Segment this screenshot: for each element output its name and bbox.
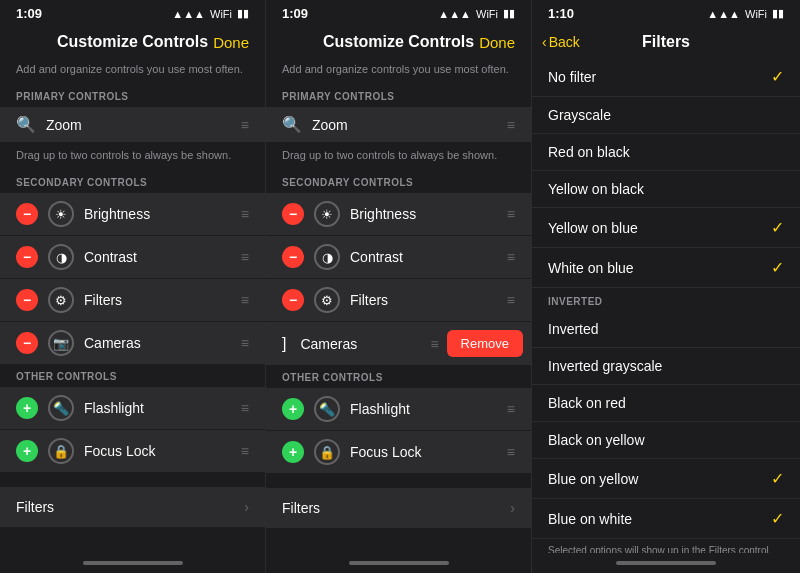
filter-blue-on-yellow[interactable]: Blue on yellow ✓ (532, 459, 800, 499)
drag-handle-contrast-2[interactable]: ≡ (507, 249, 515, 265)
filter-blue-on-yellow-check: ✓ (771, 469, 784, 488)
drag-handle-brightness-2[interactable]: ≡ (507, 206, 515, 222)
nav-title-1: Customize Controls (57, 33, 208, 51)
status-bar-1: 1:09 ▲▲▲ WiFi ▮▮ (0, 0, 265, 25)
remove-button-2[interactable]: Remove (447, 330, 523, 357)
flashlight-label-2: Flashlight (350, 401, 499, 417)
filter-yellow-on-black-label: Yellow on black (548, 181, 644, 197)
filter-red-on-black[interactable]: Red on black (532, 134, 800, 171)
filter-blue-on-white[interactable]: Blue on white ✓ (532, 499, 800, 539)
filter-inverted-grayscale-label: Inverted grayscale (548, 358, 662, 374)
remove-contrast-icon-2[interactable]: − (282, 246, 304, 268)
brightness-icon-1: ☀ (48, 201, 74, 227)
cameras-item-2[interactable]: ] Cameras ≡ Remove (266, 322, 531, 365)
drag-handle-cameras-2[interactable]: ≡ (430, 336, 438, 352)
filter-white-on-blue-label: White on blue (548, 260, 634, 276)
brightness-item-1[interactable]: − ☀ Brightness ≡ (0, 193, 265, 235)
zoom-item-1[interactable]: 🔍 Zoom ≡ (0, 107, 265, 142)
home-indicator-3 (532, 553, 800, 573)
remove-filters-icon-1[interactable]: − (16, 289, 38, 311)
add-flashlight-icon-1[interactable]: + (16, 397, 38, 419)
brightness-inner-1: − ☀ Brightness (16, 201, 233, 227)
panel-content-1: Add and organize controls you use most o… (0, 57, 265, 553)
nav-bar-2: Customize Controls Done (266, 25, 531, 57)
remove-contrast-icon-1[interactable]: − (16, 246, 38, 268)
drag-handle-filters-1[interactable]: ≡ (241, 292, 249, 308)
filter-black-on-red[interactable]: Black on red (532, 385, 800, 422)
subtitle-1: Add and organize controls you use most o… (0, 57, 265, 85)
contrast-label-1: Contrast (84, 249, 233, 265)
contrast-item-2[interactable]: − ◑ Contrast ≡ (266, 236, 531, 278)
panel-2: 1:09 ▲▲▲ WiFi ▮▮ Customize Controls Done… (266, 0, 532, 573)
filter-blue-on-yellow-label: Blue on yellow (548, 471, 638, 487)
bottom-row-2[interactable]: Filters › (266, 488, 531, 528)
add-flashlight-icon-2[interactable]: + (282, 398, 304, 420)
filter-no-filter-label: No filter (548, 69, 596, 85)
add-focuslock-icon-1[interactable]: + (16, 440, 38, 462)
panel-3: 1:10 ▲▲▲ WiFi ▮▮ ‹ Back Filters No filte… (532, 0, 800, 573)
filter-yellow-on-black[interactable]: Yellow on black (532, 171, 800, 208)
filter-no-filter[interactable]: No filter ✓ (532, 57, 800, 97)
filter-white-on-blue[interactable]: White on blue ✓ (532, 248, 800, 288)
add-focuslock-icon-2[interactable]: + (282, 441, 304, 463)
home-bar-2 (349, 561, 449, 565)
flashlight-item-1[interactable]: + 🔦 Flashlight ≡ (0, 387, 265, 429)
remove-brightness-icon-2[interactable]: − (282, 203, 304, 225)
panel-content-2: Add and organize controls you use most o… (266, 57, 531, 553)
filter-inverted[interactable]: Inverted (532, 311, 800, 348)
zoom-inner-2: 🔍 Zoom (282, 115, 499, 134)
drag-handle-contrast-1[interactable]: ≡ (241, 249, 249, 265)
drag-handle-filters-2[interactable]: ≡ (507, 292, 515, 308)
secondary-section-header-2: SECONDARY CONTROLS (266, 171, 531, 192)
zoom-item-2[interactable]: 🔍 Zoom ≡ (266, 107, 531, 142)
contrast-icon-2: ◑ (314, 244, 340, 270)
cameras-icon-1: 📷 (48, 330, 74, 356)
panel-1: 1:09 ▲▲▲ WiFi ▮▮ Customize Controls Done… (0, 0, 266, 573)
done-button-1[interactable]: Done (213, 34, 249, 51)
zoom-icon-1: 🔍 (16, 115, 36, 134)
filter-no-filter-check: ✓ (771, 67, 784, 86)
chevron-2: › (510, 500, 515, 516)
filter-grayscale-label: Grayscale (548, 107, 611, 123)
nav-bar-1: Customize Controls Done (0, 25, 265, 57)
zoom-label-2: Zoom (312, 117, 499, 133)
drag-handle-brightness-1[interactable]: ≡ (241, 206, 249, 222)
contrast-item-1[interactable]: − ◑ Contrast ≡ (0, 236, 265, 278)
filter-black-on-red-label: Black on red (548, 395, 626, 411)
drag-handle-focuslock-1[interactable]: ≡ (241, 443, 249, 459)
filter-grayscale[interactable]: Grayscale (532, 97, 800, 134)
filter-yellow-on-blue[interactable]: Yellow on blue ✓ (532, 208, 800, 248)
drag-handle-flashlight-1[interactable]: ≡ (241, 400, 249, 416)
bottom-label-2: Filters (282, 500, 320, 516)
bottom-label-1: Filters (16, 499, 54, 515)
back-button[interactable]: ‹ Back (542, 34, 580, 50)
filter-footer: Selected options will show up in the Fil… (532, 539, 800, 553)
filter-inverted-grayscale[interactable]: Inverted grayscale (532, 348, 800, 385)
remove-cameras-icon-1[interactable]: − (16, 332, 38, 354)
remove-filters-icon-2[interactable]: − (282, 289, 304, 311)
filter-black-on-yellow-label: Black on yellow (548, 432, 645, 448)
back-label[interactable]: Back (549, 34, 580, 50)
done-button-2[interactable]: Done (479, 34, 515, 51)
filter-yellow-on-blue-check: ✓ (771, 218, 784, 237)
filters-item-1[interactable]: − ⚙ Filters ≡ (0, 279, 265, 321)
drag-handle-zoom-1[interactable]: ≡ (241, 117, 249, 133)
drag-handle-cameras-1[interactable]: ≡ (241, 335, 249, 351)
cameras-label-2: Cameras (300, 336, 422, 352)
drag-handle-flashlight-2[interactable]: ≡ (507, 401, 515, 417)
flashlight-item-2[interactable]: + 🔦 Flashlight ≡ (266, 388, 531, 430)
drag-handle-zoom-2[interactable]: ≡ (507, 117, 515, 133)
bottom-row-1[interactable]: Filters › (0, 487, 265, 527)
inverted-section-header: INVERTED (532, 288, 800, 311)
focuslock-icon-1: 🔒 (48, 438, 74, 464)
filters-item-2[interactable]: − ⚙ Filters ≡ (266, 279, 531, 321)
brightness-item-2[interactable]: − ☀ Brightness ≡ (266, 193, 531, 235)
drag-handle-focuslock-2[interactable]: ≡ (507, 444, 515, 460)
focuslock-item-2[interactable]: + 🔒 Focus Lock ≡ (266, 431, 531, 473)
remove-brightness-icon-1[interactable]: − (16, 203, 38, 225)
cameras-item-1[interactable]: − 📷 Cameras ≡ (0, 322, 265, 364)
focuslock-item-1[interactable]: + 🔒 Focus Lock ≡ (0, 430, 265, 472)
filter-black-on-yellow[interactable]: Black on yellow (532, 422, 800, 459)
back-chevron-icon: ‹ (542, 34, 547, 50)
flashlight-label-1: Flashlight (84, 400, 233, 416)
